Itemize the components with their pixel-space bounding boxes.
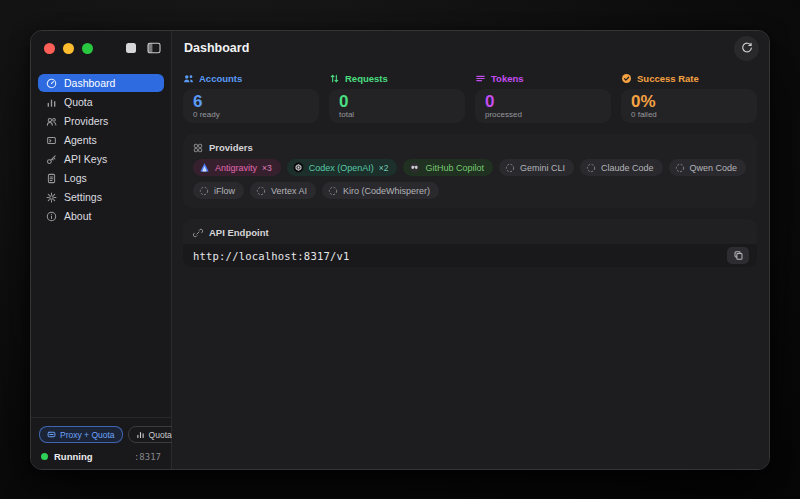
stat-label: Tokens xyxy=(491,73,524,84)
copy-icon xyxy=(733,250,744,261)
provider-chip-antigravity[interactable]: Antigravity ×3 xyxy=(193,159,281,176)
antigravity-logo-icon xyxy=(199,162,210,173)
stat-card: 6 0 ready xyxy=(183,89,319,123)
gear-icon xyxy=(46,192,57,203)
sidebar-item-agents[interactable]: Agents xyxy=(38,131,164,149)
endpoint-title: API Endpoint xyxy=(209,227,269,238)
providers-title: Providers xyxy=(209,142,253,153)
app-window: Dashboard Quota Providers Agents xyxy=(30,30,770,470)
sidebar-item-label: Logs xyxy=(64,172,87,184)
sidebar-titlebar xyxy=(31,31,171,65)
bar-chart-icon xyxy=(46,97,57,108)
sidebar-item-dashboard[interactable]: Dashboard xyxy=(38,74,164,92)
sidebar-item-logs[interactable]: Logs xyxy=(38,169,164,187)
arrows-up-down-icon xyxy=(329,73,340,84)
provider-chip-label: Kiro (CodeWhisperer) xyxy=(343,186,430,196)
stat-subtitle: processed xyxy=(485,110,601,119)
provider-chip-count: ×3 xyxy=(262,163,272,173)
openai-logo-icon xyxy=(293,162,304,173)
copy-endpoint-button[interactable] xyxy=(727,247,749,264)
stat-value: 0 xyxy=(485,94,601,110)
sidebar-item-label: Providers xyxy=(64,115,108,127)
sidebar-item-label: Settings xyxy=(64,191,102,203)
provider-chip-kiro-codewhisperer[interactable]: Kiro (CodeWhisperer) xyxy=(322,182,439,199)
provider-chip-gemini-cli[interactable]: Gemini CLI xyxy=(499,159,574,176)
dashed-circle-icon xyxy=(199,186,209,196)
stat-value: 0% xyxy=(631,94,747,110)
sidebar-item-label: Quota xyxy=(64,96,93,108)
provider-chip-qwen-code[interactable]: Qwen Code xyxy=(669,159,747,176)
provider-chip-vertex-ai[interactable]: Vertex AI xyxy=(250,182,316,199)
mode-button-label: Proxy + Quota xyxy=(60,430,115,440)
minimize-window-button[interactable] xyxy=(63,43,74,54)
proxy-quota-mode-button[interactable]: Proxy + Quota xyxy=(39,426,123,443)
grid-icon xyxy=(193,143,203,153)
file-icon xyxy=(46,173,57,184)
provider-chip-label: Vertex AI xyxy=(271,186,307,196)
mode-toggle: Proxy + Quota Quota Only xyxy=(39,426,163,443)
close-window-button[interactable] xyxy=(44,43,55,54)
api-endpoint-panel: API Endpoint http://localhost:8317/v1 xyxy=(183,219,757,267)
sidebar-item-api-keys[interactable]: API Keys xyxy=(38,150,164,168)
dashed-circle-icon xyxy=(675,163,685,173)
stat-requests: Requests 0 total xyxy=(329,73,465,123)
dashed-circle-icon xyxy=(586,163,596,173)
copilot-logo-icon xyxy=(409,162,420,173)
server-port: :8317 xyxy=(134,452,161,462)
check-circle-icon xyxy=(621,73,632,84)
dashboard-content: Accounts 6 0 ready Requests 0 total xyxy=(172,65,769,267)
provider-chip-label: Gemini CLI xyxy=(520,163,565,173)
provider-chip-iflow[interactable]: iFlow xyxy=(193,182,244,199)
stat-label: Requests xyxy=(345,73,388,84)
zoom-window-button[interactable] xyxy=(82,43,93,54)
dashed-circle-icon xyxy=(256,186,266,196)
agents-box-icon xyxy=(46,135,57,146)
sidebar-item-about[interactable]: About xyxy=(38,207,164,225)
proxy-icon xyxy=(47,430,56,439)
running-status-label: Running xyxy=(54,451,93,462)
sidebar-controls xyxy=(126,42,161,54)
stop-square-icon[interactable] xyxy=(126,43,136,53)
sidebar-item-settings[interactable]: Settings xyxy=(38,188,164,206)
sidebar-item-quota[interactable]: Quota xyxy=(38,93,164,111)
stat-accounts: Accounts 6 0 ready xyxy=(183,73,319,123)
stat-label: Accounts xyxy=(199,73,242,84)
sidebar-item-label: API Keys xyxy=(64,153,107,165)
stat-subtitle: 0 ready xyxy=(193,110,309,119)
sidebar-item-label: Dashboard xyxy=(64,77,115,89)
refresh-button[interactable] xyxy=(734,36,759,61)
page-title: Dashboard xyxy=(184,41,249,55)
sidebar-item-label: About xyxy=(64,210,91,222)
sidebar-item-providers[interactable]: Providers xyxy=(38,112,164,130)
info-icon xyxy=(46,211,57,222)
server-status: Running :8317 xyxy=(39,451,163,462)
provider-chip-label: iFlow xyxy=(214,186,235,196)
sidebar-nav: Dashboard Quota Providers Agents xyxy=(31,65,171,226)
main-titlebar: Dashboard xyxy=(172,31,769,65)
provider-chip-count: ×2 xyxy=(379,163,389,173)
users-icon xyxy=(46,116,57,127)
stat-success-rate: Success Rate 0% 0 failed xyxy=(621,73,757,123)
users-icon xyxy=(183,73,194,84)
provider-chip-codex-openai[interactable]: Codex (OpenAI) ×2 xyxy=(287,159,398,176)
sidebar: Dashboard Quota Providers Agents xyxy=(31,31,172,469)
provider-chips: Antigravity ×3 Codex (OpenAI) ×2 xyxy=(183,159,757,208)
provider-chip-label: Antigravity xyxy=(215,163,257,173)
provider-chip-claude-code[interactable]: Claude Code xyxy=(580,159,663,176)
dashed-circle-icon xyxy=(505,163,515,173)
provider-chip-label: Codex (OpenAI) xyxy=(309,163,374,173)
stats-grid: Accounts 6 0 ready Requests 0 total xyxy=(183,73,757,123)
sidebar-toggle-icon xyxy=(147,42,161,54)
stat-label: Success Rate xyxy=(637,73,699,84)
endpoint-url: http://localhost:8317/v1 xyxy=(193,250,350,262)
sidebar-toggle-button[interactable] xyxy=(147,42,161,54)
stat-subtitle: total xyxy=(339,110,455,119)
gauge-icon xyxy=(46,78,57,89)
provider-chip-github-copilot[interactable]: GitHub Copilot xyxy=(403,159,493,176)
refresh-icon xyxy=(741,42,753,54)
stat-tokens: Tokens 0 processed xyxy=(475,73,611,123)
providers-panel: Providers Antigravity ×3 Codex xyxy=(183,134,757,208)
stat-card: 0 total xyxy=(329,89,465,123)
stat-card: 0% 0 failed xyxy=(621,89,757,123)
stat-value: 6 xyxy=(193,94,309,110)
